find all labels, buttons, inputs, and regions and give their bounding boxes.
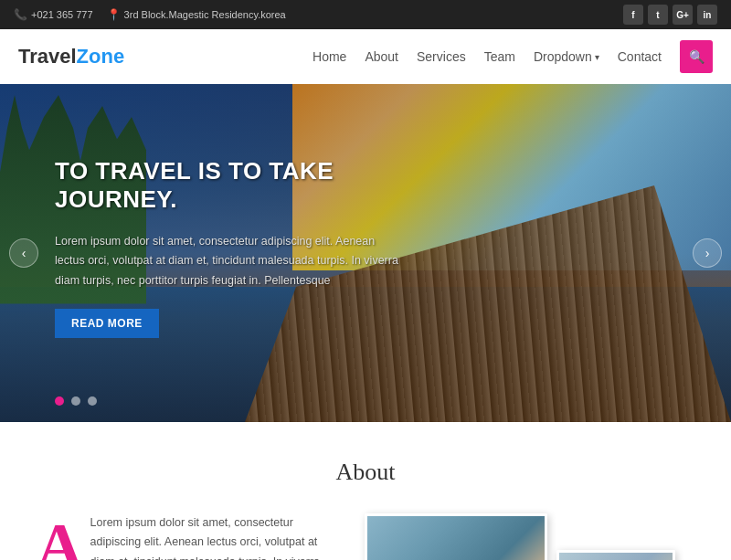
nav-services[interactable]: Services (417, 49, 466, 64)
search-button[interactable]: 🔍 (680, 40, 713, 73)
nav-team[interactable]: Team (484, 49, 515, 64)
about-image-secondary (556, 550, 675, 560)
nav-contact[interactable]: Contact (618, 49, 662, 64)
slider-dots (55, 396, 97, 406)
read-more-button[interactable]: READ MORE (55, 309, 159, 338)
hero-text: Lorem ipsum dolor sit amet, consectetur … (55, 232, 402, 291)
googleplus-icon[interactable]: G+ (673, 5, 693, 25)
nav-dropdown[interactable]: Dropdown ▾ (534, 49, 599, 64)
hero-content: TO TRAVEL IS TO TAKE JOURNEY. Lorem ipsu… (0, 84, 457, 375)
nav-links: Home About Services Team Dropdown ▾ Cont… (313, 40, 713, 73)
address-info: 📍 3rd Block.Magestic Residency.korea (107, 8, 286, 21)
top-bar-left: 📞 +021 365 777 📍 3rd Block.Magestic Resi… (14, 8, 286, 21)
about-image-column (365, 513, 694, 560)
about-paragraph-1: A Lorem ipsum dolor sit amet, consectetu… (37, 513, 337, 560)
brand-travel: Travel (18, 45, 77, 68)
navbar: TravelZone Home About Services Team Drop… (0, 29, 731, 84)
nav-about[interactable]: About (365, 49, 398, 64)
dropdown-label: Dropdown (534, 49, 592, 64)
brand-logo[interactable]: TravelZone (18, 45, 124, 69)
slider-dot-2[interactable] (71, 396, 80, 406)
about-title: About (18, 459, 713, 486)
address-text: 3rd Block.Magestic Residency.korea (124, 9, 286, 20)
twitter-icon[interactable]: t (648, 5, 668, 25)
facebook-icon[interactable]: f (623, 5, 643, 25)
left-arrow-icon: ‹ (22, 246, 26, 260)
phone-icon: 📞 (14, 8, 27, 21)
nav-home[interactable]: Home (313, 49, 346, 64)
phone-info: 📞 +021 365 777 (14, 8, 93, 21)
linkedin-icon[interactable]: in (697, 5, 717, 25)
about-drop-cap: A (37, 513, 90, 560)
chevron-down-icon: ▾ (595, 52, 599, 62)
slider-prev-button[interactable]: ‹ (9, 238, 38, 268)
social-icons-group: f t G+ in (623, 5, 717, 25)
right-arrow-icon: › (705, 246, 710, 260)
hero-title: TO TRAVEL IS TO TAKE JOURNEY. (55, 157, 402, 214)
about-image-main (365, 513, 547, 560)
slider-dot-3[interactable] (88, 396, 97, 406)
map-pin-icon: 📍 (107, 8, 121, 21)
about-text-column: A Lorem ipsum dolor sit amet, consectetu… (37, 513, 337, 560)
slider-next-button[interactable]: › (693, 238, 722, 268)
slider-dot-1[interactable] (55, 396, 64, 406)
phone-number: +021 365 777 (31, 9, 93, 20)
brand-zone: Zone (77, 45, 125, 68)
about-section: About A Lorem ipsum dolor sit amet, cons… (0, 422, 731, 560)
hero-slider: ‹ TO TRAVEL IS TO TAKE JOURNEY. Lorem ip… (0, 84, 731, 422)
top-bar: 📞 +021 365 777 📍 3rd Block.Magestic Resi… (0, 0, 731, 29)
about-content: A Lorem ipsum dolor sit amet, consectetu… (18, 513, 713, 560)
